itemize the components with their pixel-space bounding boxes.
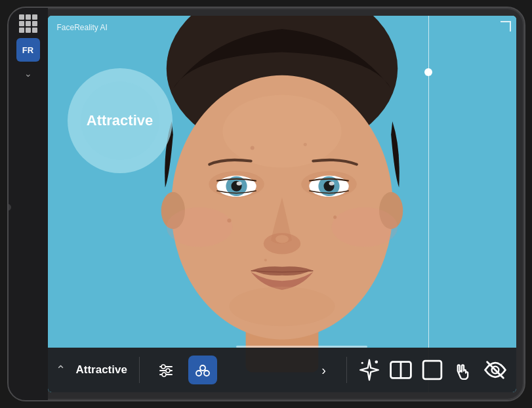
square-icon	[419, 357, 445, 383]
svg-rect-42	[423, 361, 441, 379]
svg-point-19	[166, 207, 232, 247]
main-screen: FaceReality AI	[48, 16, 516, 392]
svg-point-23	[303, 143, 306, 146]
hand-icon	[451, 357, 477, 383]
svg-point-34	[196, 371, 201, 376]
sparkle-button[interactable]	[356, 357, 382, 383]
hand-button[interactable]	[451, 357, 477, 383]
svg-point-16	[329, 182, 334, 186]
circles-button[interactable]	[188, 356, 217, 384]
chevron-right-button[interactable]: ›	[311, 357, 337, 383]
bubble-label: Attractive	[87, 112, 153, 129]
top-bar: FaceReality AI	[48, 16, 516, 39]
svg-point-22	[250, 146, 254, 150]
svg-line-36	[199, 370, 201, 371]
sparkle-icon	[356, 357, 382, 383]
svg-point-25	[333, 216, 337, 219]
chevron-right-icon: ›	[321, 363, 326, 378]
svg-point-33	[200, 365, 205, 371]
svg-point-38	[375, 360, 378, 363]
side-button[interactable]	[7, 204, 11, 211]
svg-point-4	[222, 95, 341, 168]
app-title: FaceReality AI	[57, 23, 108, 32]
toolbar-divider-2	[346, 357, 347, 383]
toolbar-divider-1	[139, 357, 140, 383]
svg-point-24	[227, 218, 231, 222]
bottom-toolbar: ⌃ Attractive	[48, 348, 516, 392]
fr-logo-badge[interactable]: FR	[16, 38, 40, 62]
sidebar-left: FR ⌄	[9, 8, 48, 400]
tablet-frame: FR ⌄ FaceReality AI	[7, 7, 525, 401]
line-handle-dot[interactable]	[424, 68, 432, 76]
circles-icon	[194, 361, 211, 378]
bubble-inner: Attractive	[81, 81, 159, 160]
svg-point-12	[236, 182, 241, 186]
eye-icon	[482, 357, 508, 383]
svg-point-30	[161, 365, 165, 369]
face-image-area: Attractive	[48, 16, 516, 392]
toolbar-right-section: ›	[303, 357, 516, 383]
chevron-up-icon[interactable]: ⌃	[56, 363, 66, 377]
grid-icon[interactable]	[19, 14, 37, 33]
compare-button[interactable]	[388, 357, 414, 383]
eye-button[interactable]	[482, 357, 508, 383]
toolbar-left-section: ⌃ Attractive	[48, 356, 225, 384]
svg-line-37	[205, 370, 207, 371]
frame-button[interactable]	[419, 357, 445, 383]
svg-point-18	[275, 235, 288, 243]
svg-point-32	[162, 373, 166, 377]
svg-point-35	[204, 371, 209, 376]
chevron-down-icon[interactable]: ⌄	[24, 68, 32, 79]
toolbar-label: Attractive	[76, 363, 127, 377]
svg-point-26	[264, 259, 266, 262]
svg-point-31	[166, 369, 170, 373]
svg-point-21	[229, 287, 335, 326]
svg-point-20	[331, 207, 398, 247]
sliders-icon	[157, 361, 174, 378]
sliders-button[interactable]	[152, 356, 180, 384]
svg-point-39	[361, 362, 363, 364]
attractive-bubble[interactable]: Attractive	[68, 68, 173, 173]
split-icon	[388, 357, 414, 383]
